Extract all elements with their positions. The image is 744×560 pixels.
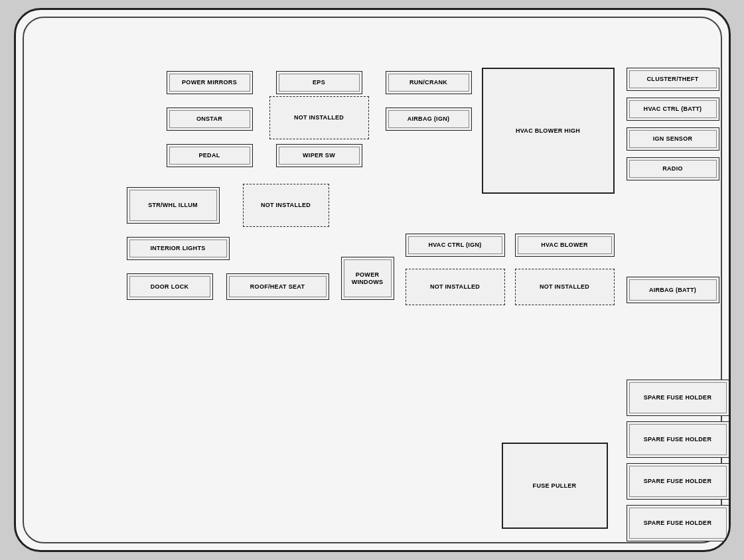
fuse-puller: FUSE PULLER — [502, 443, 608, 529]
airbag-batt: AIRBAG (BATT) — [627, 277, 719, 303]
spare-fuse-4: SPARE FUSE HOLDER — [627, 505, 729, 541]
fuse-box-diagram: POWER MIRRORSEPSRUN/CRANKCLUSTER/THEFTON… — [14, 8, 731, 552]
power-windows: POWER WINDOWS — [341, 257, 394, 300]
airbag-ign: AIRBAG (IGN) — [386, 107, 472, 131]
diagram-inner: POWER MIRRORSEPSRUN/CRANKCLUSTER/THEFTON… — [23, 17, 722, 543]
hvac-blower-high: HVAC BLOWER HIGH — [482, 68, 615, 194]
not-installed-4: NOT INSTALLED — [515, 269, 615, 305]
run-crank: RUN/CRANK — [386, 71, 472, 94]
not-installed-1: NOT INSTALLED — [269, 96, 369, 139]
wiper-sw: WIPER SW — [276, 144, 362, 167]
hvac-ctrl-ign: HVAC CTRL (IGN) — [406, 234, 505, 257]
eps: EPS — [276, 71, 362, 94]
not-installed-3: NOT INSTALLED — [406, 269, 505, 305]
spare-fuse-1: SPARE FUSE HOLDER — [627, 380, 729, 416]
power-mirrors: POWER MIRRORS — [167, 71, 253, 94]
pedal: PEDAL — [167, 144, 253, 167]
onstar: ONSTAR — [167, 107, 253, 131]
roof-heat-seat: ROOF/HEAT SEAT — [226, 273, 329, 300]
radio: RADIO — [627, 157, 719, 180]
door-lock: DOOR LOCK — [127, 273, 213, 300]
hvac-blower: HVAC BLOWER — [515, 234, 615, 257]
cluster-theft: CLUSTER/THEFT — [627, 68, 719, 91]
spare-fuse-2: SPARE FUSE HOLDER — [627, 421, 729, 458]
hvac-ctrl-batt: HVAC CTRL (BATT) — [627, 98, 719, 121]
str-whl-illum: STR/WHL ILLUM — [127, 187, 220, 224]
interior-lights: INTERIOR LIGHTS — [127, 237, 230, 260]
not-installed-2: NOT INSTALLED — [243, 184, 329, 227]
spare-fuse-3: SPARE FUSE HOLDER — [627, 463, 729, 500]
ign-sensor: IGN SENSOR — [627, 127, 719, 151]
